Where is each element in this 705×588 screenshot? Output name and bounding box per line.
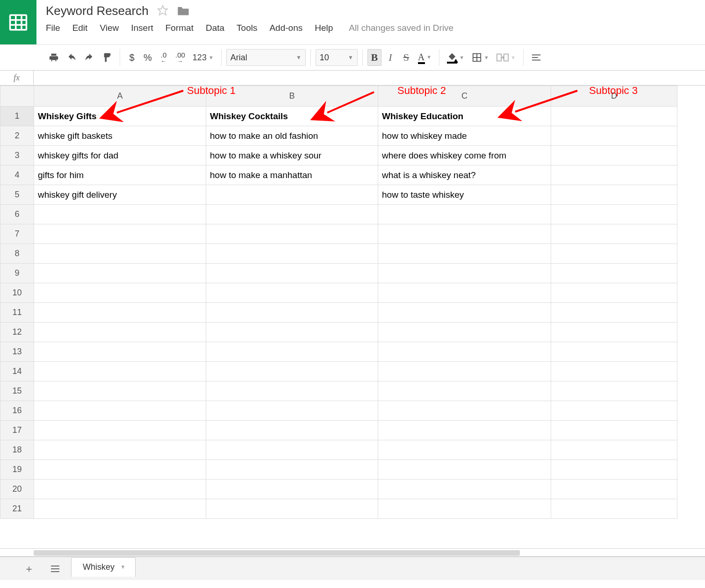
- cell-D16[interactable]: [551, 401, 677, 421]
- cell-B2[interactable]: how to make an old fashion: [206, 126, 378, 146]
- row-header-11[interactable]: 11: [0, 303, 34, 323]
- star-icon[interactable]: [157, 5, 168, 17]
- cell-D15[interactable]: [551, 381, 677, 401]
- cell-A10[interactable]: [34, 283, 206, 303]
- bold-button[interactable]: B: [367, 49, 381, 66]
- redo-button[interactable]: [81, 49, 97, 66]
- fill-color-button[interactable]: ▼: [444, 49, 467, 66]
- cell-D20[interactable]: [551, 480, 677, 499]
- cell-D9[interactable]: [551, 264, 677, 283]
- all-sheets-button[interactable]: [45, 559, 65, 578]
- cell-C17[interactable]: [378, 421, 551, 440]
- row-header-6[interactable]: 6: [0, 205, 34, 224]
- row-header-7[interactable]: 7: [0, 224, 34, 244]
- cell-B8[interactable]: [206, 244, 378, 264]
- cell-C20[interactable]: [378, 480, 551, 499]
- borders-button[interactable]: ▼: [469, 49, 492, 66]
- folder-icon[interactable]: [177, 5, 190, 17]
- menu-addons[interactable]: Add-ons: [269, 23, 302, 33]
- horizontal-scrollbar[interactable]: [0, 548, 705, 557]
- cell-C13[interactable]: [378, 342, 551, 362]
- cell-A3[interactable]: whiskey gifts for dad: [34, 146, 206, 165]
- cell-B1[interactable]: Whiskey Cocktails: [206, 107, 378, 126]
- cell-B19[interactable]: [206, 460, 378, 480]
- menu-tools[interactable]: Tools: [237, 23, 257, 33]
- cell-C18[interactable]: [378, 440, 551, 460]
- cell-A8[interactable]: [34, 244, 206, 264]
- cell-A9[interactable]: [34, 264, 206, 283]
- row-header-17[interactable]: 17: [0, 421, 34, 440]
- cell-A12[interactable]: [34, 323, 206, 342]
- row-header-4[interactable]: 4: [0, 165, 34, 185]
- cell-D3[interactable]: [551, 146, 677, 165]
- cell-B3[interactable]: how to make a whiskey sour: [206, 146, 378, 165]
- add-sheet-button[interactable]: ＋: [19, 559, 39, 578]
- horizontal-align-button[interactable]: [528, 49, 544, 66]
- cell-B15[interactable]: [206, 381, 378, 401]
- decrease-decimal-button[interactable]: .0 ←: [157, 49, 171, 66]
- cell-D17[interactable]: [551, 421, 677, 440]
- document-title[interactable]: Keyword Research: [46, 4, 149, 18]
- cell-B18[interactable]: [206, 440, 378, 460]
- row-header-8[interactable]: 8: [0, 244, 34, 264]
- cell-D4[interactable]: [551, 165, 677, 185]
- cell-D7[interactable]: [551, 224, 677, 244]
- cell-D21[interactable]: [551, 499, 677, 519]
- cell-A6[interactable]: [34, 205, 206, 224]
- cell-C5[interactable]: how to taste whiskey: [378, 185, 551, 205]
- row-header-12[interactable]: 12: [0, 323, 34, 342]
- column-header-A[interactable]: A: [34, 86, 206, 107]
- cell-A1[interactable]: Whiskey Gifts: [34, 107, 206, 126]
- spreadsheet-grid[interactable]: Subtopic 1 Subtopic 2 Subtopic 3 ABCD1Wh…: [0, 86, 705, 548]
- cell-C16[interactable]: [378, 401, 551, 421]
- cell-C12[interactable]: [378, 323, 551, 342]
- row-header-19[interactable]: 19: [0, 460, 34, 480]
- cell-B5[interactable]: [206, 185, 378, 205]
- italic-button[interactable]: I: [383, 49, 397, 66]
- cell-D12[interactable]: [551, 323, 677, 342]
- row-header-10[interactable]: 10: [0, 283, 34, 303]
- cell-C8[interactable]: [378, 244, 551, 264]
- row-header-15[interactable]: 15: [0, 381, 34, 401]
- cell-A21[interactable]: [34, 499, 206, 519]
- more-formats-button[interactable]: 123▼: [190, 49, 216, 66]
- cell-B13[interactable]: [206, 342, 378, 362]
- cell-A2[interactable]: whiske gift baskets: [34, 126, 206, 146]
- cell-B20[interactable]: [206, 480, 378, 499]
- cell-A20[interactable]: [34, 480, 206, 499]
- cell-C21[interactable]: [378, 499, 551, 519]
- cell-D13[interactable]: [551, 342, 677, 362]
- cell-C2[interactable]: how to whiskey made: [378, 126, 551, 146]
- menu-format[interactable]: Format: [165, 23, 194, 33]
- column-header-D[interactable]: D: [551, 86, 677, 107]
- cell-A14[interactable]: [34, 362, 206, 381]
- cell-D19[interactable]: [551, 460, 677, 480]
- column-header-B[interactable]: B: [206, 86, 378, 107]
- cell-A15[interactable]: [34, 381, 206, 401]
- cell-A18[interactable]: [34, 440, 206, 460]
- menu-help[interactable]: Help: [315, 23, 333, 33]
- cell-D11[interactable]: [551, 303, 677, 323]
- cell-B6[interactable]: [206, 205, 378, 224]
- cell-D2[interactable]: [551, 126, 677, 146]
- cell-A11[interactable]: [34, 303, 206, 323]
- row-header-13[interactable]: 13: [0, 342, 34, 362]
- horizontal-scrollbar-thumb[interactable]: [34, 550, 520, 556]
- cell-D14[interactable]: [551, 362, 677, 381]
- text-color-button[interactable]: A▼: [415, 49, 434, 66]
- cell-C10[interactable]: [378, 283, 551, 303]
- cell-C11[interactable]: [378, 303, 551, 323]
- row-header-16[interactable]: 16: [0, 401, 34, 421]
- row-header-9[interactable]: 9: [0, 264, 34, 283]
- cell-B4[interactable]: how to make a manhattan: [206, 165, 378, 185]
- cell-B12[interactable]: [206, 323, 378, 342]
- menu-view[interactable]: View: [100, 23, 119, 33]
- sheet-table[interactable]: ABCD1Whiskey GiftsWhiskey CocktailsWhisk…: [0, 86, 677, 519]
- cell-C14[interactable]: [378, 362, 551, 381]
- undo-button[interactable]: [64, 49, 79, 66]
- cell-A17[interactable]: [34, 421, 206, 440]
- font-family-dropdown[interactable]: Arial▼: [226, 49, 306, 66]
- cell-B10[interactable]: [206, 283, 378, 303]
- print-button[interactable]: [46, 49, 62, 66]
- cell-A16[interactable]: [34, 401, 206, 421]
